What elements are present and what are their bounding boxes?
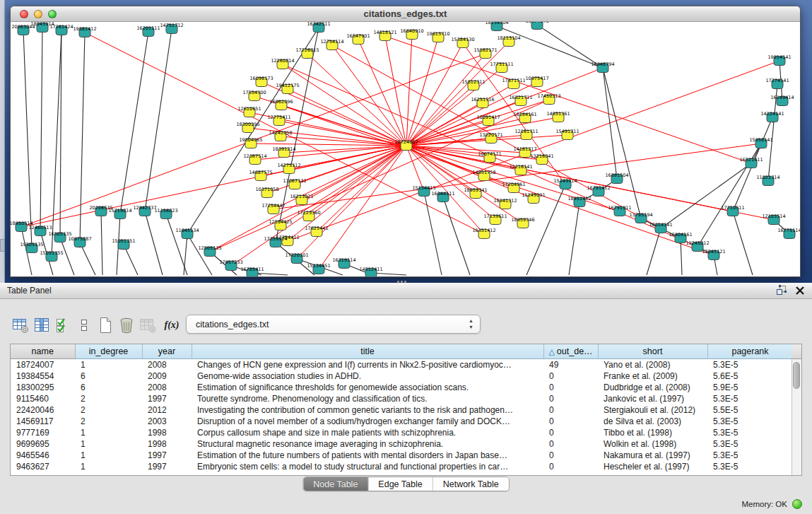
graph-edge[interactable] <box>80 33 85 243</box>
table-row[interactable]: 1830029562008Estimation of significance … <box>11 382 793 393</box>
vertical-scrollbar[interactable] <box>792 359 801 475</box>
column-header-in_degree[interactable]: in_degree <box>75 344 142 358</box>
graph-edge[interactable] <box>603 68 617 179</box>
table-cell[interactable]: 1998 <box>142 438 192 450</box>
table-cell[interactable]: 0 <box>543 438 598 450</box>
graph-edge[interactable] <box>733 211 753 275</box>
panel-splitter-grip[interactable] <box>396 279 408 285</box>
column-header-pagerank[interactable]: pagerank <box>707 344 793 358</box>
memory-ok-icon[interactable] <box>792 499 802 509</box>
table-cell[interactable]: 0 <box>543 370 598 382</box>
table-cell[interactable]: 0 <box>543 427 598 438</box>
graph-edge[interactable] <box>332 45 406 146</box>
table-row[interactable]: 2242004622012Investigating the contribut… <box>11 404 793 416</box>
table-columns-icon[interactable] <box>31 315 52 336</box>
table-cell[interactable]: Dudbridge et al. (2008) <box>598 382 707 393</box>
table-cell[interactable]: 9115460 <box>11 393 75 404</box>
table-cell[interactable]: Tourette syndrome. Phenomenology and cla… <box>192 393 543 404</box>
graph-edge[interactable] <box>297 146 406 259</box>
graph-edge[interactable] <box>60 238 74 275</box>
tab-edge-table[interactable]: Edge Table <box>368 477 433 491</box>
table-cell[interactable]: Estimation of the future numbers of pati… <box>192 450 543 461</box>
table-row[interactable]: 977716911998Corpus callosum shape and si… <box>11 427 793 438</box>
graph-edge[interactable] <box>288 89 406 146</box>
graph-edge[interactable] <box>23 30 32 248</box>
table-cell[interactable]: 5.6E-5 <box>707 370 793 382</box>
table-cell[interactable]: 2008 <box>142 358 192 370</box>
close-panel-icon[interactable] <box>795 286 805 296</box>
table-cell[interactable]: 9777169 <box>11 427 75 438</box>
table-cell[interactable]: Tibbo et al. (1998) <box>598 427 707 438</box>
table-cell[interactable]: 0 <box>543 382 598 393</box>
column-header-short[interactable]: short <box>598 344 707 358</box>
table-cell[interactable]: 9699695 <box>11 438 75 450</box>
graph-edge[interactable] <box>603 68 641 218</box>
delete-trash-icon[interactable] <box>116 315 137 336</box>
table-cell[interactable]: 5.9E-5 <box>707 382 793 393</box>
graph-edge[interactable] <box>317 146 406 232</box>
table-cell[interactable]: Disruption of a novel member of a sodium… <box>192 416 543 427</box>
table-cell[interactable]: 1997 <box>142 450 192 461</box>
graph-edge[interactable] <box>21 146 406 227</box>
tab-network-table[interactable]: Network Table <box>433 477 509 491</box>
tab-node-table[interactable]: Node Table <box>303 477 368 491</box>
new-file-icon[interactable] <box>95 315 116 336</box>
table-cell[interactable]: 1998 <box>142 427 192 438</box>
graph-edge[interactable] <box>319 146 406 269</box>
column-header-year[interactable]: year <box>142 344 192 358</box>
table-cell[interactable]: 0 <box>543 393 598 404</box>
table-panel-header[interactable]: Table Panel <box>0 283 812 299</box>
select-columns-check-icon[interactable] <box>52 315 73 336</box>
network-canvas[interactable]: 1872400716096173175543001261065118300295… <box>11 22 800 277</box>
table-row[interactable]: 1938455462009Genome-wide association stu… <box>11 370 793 382</box>
table-cell[interactable]: Genome-wide association studies in ADHD. <box>192 370 543 382</box>
table-cell[interactable]: 0 <box>543 461 598 472</box>
table-cell[interactable]: de Silva et al. (2003) <box>598 416 707 427</box>
table-cell[interactable]: 5.5E-5 <box>707 404 793 416</box>
function-builder-icon[interactable]: f(x) <box>158 315 185 336</box>
graph-edge[interactable] <box>443 197 470 275</box>
graph-edge[interactable] <box>385 36 751 163</box>
table-cell[interactable]: 2 <box>75 404 142 416</box>
table-cell[interactable]: Estimation of significance thresholds fo… <box>192 382 543 393</box>
table-cell[interactable]: 0 <box>543 404 598 416</box>
network-view-window[interactable]: citations_edges.txt 18724007160961731755… <box>10 6 801 277</box>
table-cell[interactable]: 49 <box>543 358 598 370</box>
table-cell[interactable]: Embryonic stem cells: a model to study s… <box>192 461 543 472</box>
table-cell[interactable]: Changes of HCN gene expression and I(f) … <box>192 358 543 370</box>
table-cell[interactable]: 2009 <box>142 370 192 382</box>
table-cell[interactable]: 2008 <box>142 382 192 393</box>
table-cell[interactable]: 5.3E-5 <box>707 358 793 370</box>
table-cell[interactable]: Hescheler et al. (1997) <box>598 461 707 472</box>
table-cell[interactable]: 2 <box>75 393 142 404</box>
table-cell[interactable]: Stergiakouli et al. (2012) <box>598 404 707 416</box>
table-row[interactable]: 1456911722003Disruption of a novel membe… <box>11 416 793 427</box>
table-cell[interactable]: 14569117 <box>11 416 75 427</box>
table-source-dropdown[interactable]: citations_edges.txt ▲▼ <box>186 315 481 334</box>
column-header-title[interactable]: title <box>192 344 543 358</box>
table-cell[interactable]: 1 <box>75 461 142 472</box>
scrollbar-thumb[interactable] <box>793 362 800 389</box>
table-cell[interactable]: 6 <box>75 370 142 382</box>
column-header-name[interactable]: name <box>11 344 75 358</box>
graph-edge[interactable] <box>40 28 42 231</box>
table-cell[interactable]: 2012 <box>142 404 192 416</box>
graph-edge[interactable] <box>406 86 473 146</box>
table-cell[interactable]: 5.3E-5 <box>707 427 793 438</box>
table-row[interactable]: 911546021997Tourette syndrome. Phenomeno… <box>11 393 793 404</box>
graph-edge[interactable] <box>120 32 148 214</box>
table-cell[interactable]: Franke et al. (2009) <box>598 370 707 382</box>
table-cell[interactable]: 5.3E-5 <box>707 461 793 472</box>
graph-edge[interactable] <box>661 163 751 228</box>
panel-collapse-handle[interactable] <box>0 239 5 252</box>
table-cell[interactable]: 6 <box>75 382 142 393</box>
table-cell[interactable]: Yano et al. (2008) <box>598 358 707 370</box>
control-panel-edge[interactable] <box>0 0 5 283</box>
row-height-icon[interactable] <box>73 315 95 336</box>
table-cell[interactable]: 0 <box>543 450 598 461</box>
table-cell[interactable]: Jankovic et al. (1997) <box>598 393 707 404</box>
table-cell[interactable]: Nakamura et al. (1997) <box>598 450 707 461</box>
window-titlebar[interactable]: citations_edges.txt <box>11 6 800 22</box>
table-cell[interactable]: 18300295 <box>11 382 75 393</box>
table-cell[interactable]: 5.3E-5 <box>707 438 793 450</box>
